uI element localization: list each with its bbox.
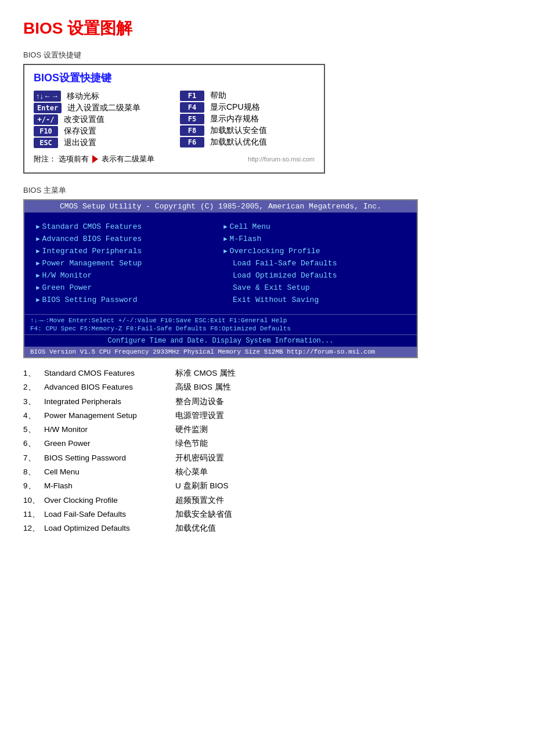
desc-meaning: 加载安全缺省值 (175, 507, 232, 521)
shortcut-desc-esc: 退出设置 (64, 138, 96, 148)
desc-name: M-Flash (44, 479, 172, 493)
desc-item-12: 12、 Load Optimized Defaults 加载优化值 (23, 521, 511, 535)
key-f10: F10 (34, 126, 58, 136)
desc-item-3: 3、 Integrated Peripherals 整合周边设备 (23, 395, 511, 409)
shortcut-desc-f1: 帮助 (210, 91, 226, 101)
bios-menu-item-overclocking[interactable]: ► Overclocking Profile (223, 245, 405, 257)
bios-menu-item-green[interactable]: ► Green Power (36, 282, 218, 294)
bios-menu-col-right: ► Cell Menu ► M-Flash ► Overclocking Pro… (223, 221, 405, 306)
shortcut-desc-f6: 加载默认优化值 (210, 137, 267, 147)
bios-arrow-icon: ► (36, 236, 40, 243)
note-url: http://forum-so.msi.com (248, 156, 315, 163)
bios-item-label: Load Optimized Defaults (233, 271, 337, 280)
shortcut-row-enter: Enter 进入设置或二级菜单 (34, 103, 168, 113)
bios-item-label: Exit Without Saving (233, 296, 319, 304)
shortcut-row-plusminus: +/-/ 改变设置值 (34, 114, 168, 125)
bios-menu-item-exit-nosave[interactable]: Exit Without Saving (223, 294, 405, 306)
desc-name: BIOS Setting Password (44, 451, 172, 465)
bios-item-label: Standard CMOS Features (42, 222, 142, 231)
desc-num: 7、 (23, 451, 41, 465)
desc-item-7: 7、 BIOS Setting Password 开机密码设置 (23, 451, 511, 465)
bios-menu-item-password[interactable]: ► BIOS Setting Password (36, 294, 218, 306)
desc-name: H/W Monitor (44, 423, 172, 437)
bios-menu-col-left: ► Standard CMOS Features ► Advanced BIOS… (36, 221, 218, 306)
bios-title-bar: CMOS Setup Utility - Copyright (C) 1985-… (24, 200, 417, 213)
bios-item-label: H/W Monitor (42, 271, 92, 280)
shortcut-row-f4: F4 显示CPU规格 (180, 102, 315, 113)
bios-version-bar: BIOS Version V1.5 CPU Frequency 2933MHz … (24, 347, 417, 357)
main-menu-section-label: BIOS 主菜单 (23, 185, 511, 196)
page-title: BIOS 设置图解 (23, 17, 511, 39)
shortcut-row-esc: ESC 退出设置 (34, 138, 168, 148)
desc-meaning: U 盘刷新 BIOS (175, 479, 229, 493)
bios-item-label: M-Flash (230, 235, 262, 243)
bios-item-label: Overclocking Profile (230, 247, 320, 255)
desc-item-1: 1、 Standard CMOS Features 标准 CMOS 属性 (23, 366, 511, 380)
bios-arrow-icon: ► (36, 297, 40, 304)
shortcut-panel-title: BIOS设置快捷键 (34, 71, 315, 85)
shortcut-desc-f5: 显示内存规格 (210, 114, 259, 124)
desc-meaning: 核心菜单 (175, 465, 208, 479)
shortcut-desc-arrows: 移动光标 (67, 91, 99, 102)
bios-arrow-icon: ► (223, 248, 228, 255)
desc-num: 10、 (23, 494, 41, 507)
shortcut-desc-enter: 进入设置或二级菜单 (67, 103, 140, 113)
note-meaning: 表示有二级菜单 (102, 154, 154, 164)
shortcut-panel: BIOS设置快捷键 ↑↓←→ 移动光标 Enter 进入设置或二级菜单 +/-/… (23, 64, 325, 174)
shortcut-note: 附注： 选项前有 表示有二级菜单 http://forum-so.msi.com (34, 154, 315, 164)
key-f4: F4 (180, 102, 204, 113)
desc-num: 8、 (23, 465, 41, 479)
shortcut-desc-plusminus: 改变设置值 (64, 114, 104, 125)
shortcut-section-label: BIOS 设置快捷键 (23, 50, 511, 60)
desc-num: 12、 (23, 521, 41, 535)
bios-bottom-line2: F4: CPU Spec F5:Memory-Z F8:Fail-Safe De… (30, 325, 411, 332)
desc-num: 1、 (23, 366, 41, 380)
bios-menu-item-save-exit[interactable]: Save & Exit Setup (223, 282, 405, 294)
desc-name: Standard CMOS Features (44, 366, 172, 380)
bios-menu-item-integrated[interactable]: ► Integrated Peripherals (36, 245, 218, 257)
bios-main-section: BIOS 主菜单 CMOS Setup Utility - Copyright … (23, 185, 511, 358)
bios-menu-item-cell[interactable]: ► Cell Menu (223, 221, 405, 233)
key-f1: F1 (180, 91, 204, 101)
shortcut-desc-f8: 加载默认安全值 (210, 125, 267, 136)
bios-menu-item-advanced[interactable]: ► Advanced BIOS Features (36, 233, 218, 245)
bios-arrow-icon: ► (36, 272, 40, 279)
desc-meaning: 加载优化值 (175, 521, 216, 535)
bios-menu-item-optimized[interactable]: Load Optimized Defaults (223, 269, 405, 282)
bios-menu-item-standard[interactable]: ► Standard CMOS Features (36, 221, 218, 233)
key-f8: F8 (180, 125, 204, 136)
desc-num: 11、 (23, 507, 41, 521)
desc-meaning: 高级 BIOS 属性 (175, 380, 231, 394)
bios-item-label: Power Management Setup (42, 259, 142, 268)
desc-num: 2、 (23, 380, 41, 394)
desc-meaning: 整合周边设备 (175, 395, 224, 409)
shortcut-desc-f10: 保存设置 (64, 126, 96, 136)
desc-name: Advanced BIOS Features (44, 380, 172, 394)
desc-list: 1、 Standard CMOS Features 标准 CMOS 属性 2、 … (23, 366, 511, 536)
bios-arrow-icon: ► (36, 285, 40, 291)
shortcut-col-left: ↑↓←→ 移动光标 Enter 进入设置或二级菜单 +/-/ 改变设置值 F10… (34, 91, 168, 149)
desc-name: Load Fail-Safe Defaults (44, 507, 172, 521)
bios-menu-item-power[interactable]: ► Power Management Setup (36, 257, 218, 269)
key-esc: ESC (34, 138, 58, 148)
bios-arrow-icon: ► (223, 224, 228, 231)
desc-num: 6、 (23, 437, 41, 451)
bios-menu-item-hw[interactable]: ► H/W Monitor (36, 269, 218, 282)
shortcut-desc-f4: 显示CPU规格 (210, 102, 260, 113)
desc-meaning: 标准 CMOS 属性 (175, 366, 236, 380)
bios-menu-item-failsafe[interactable]: Load Fail-Safe Defaults (223, 257, 405, 269)
desc-name: Integrated Peripherals (44, 395, 172, 409)
key-plusminus: +/-/ (34, 114, 58, 125)
bios-arrow-icon: ► (36, 224, 40, 231)
key-f6: F6 (180, 137, 204, 147)
desc-item-6: 6、 Green Power 绿色节能 (23, 437, 511, 451)
shortcut-row-f6: F6 加载默认优化值 (180, 137, 315, 147)
bios-menu-item-mflash[interactable]: ► M-Flash (223, 233, 405, 245)
key-arrow: ↑↓←→ (34, 91, 61, 102)
bios-screen: CMOS Setup Utility - Copyright (C) 1985-… (23, 199, 418, 358)
desc-item-11: 11、 Load Fail-Safe Defaults 加载安全缺省值 (23, 507, 511, 521)
bios-item-label: Advanced BIOS Features (42, 235, 142, 243)
bios-item-label: Green Power (42, 283, 92, 292)
desc-meaning: 硬件监测 (175, 423, 208, 437)
desc-item-8: 8、 Cell Menu 核心菜单 (23, 465, 511, 479)
